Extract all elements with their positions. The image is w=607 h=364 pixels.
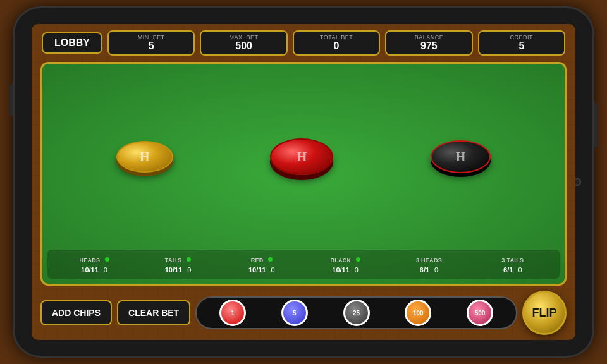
tails-odds: 10/11 bbox=[165, 266, 183, 274]
3tails-label: 3 TAILS bbox=[501, 257, 524, 264]
add-chips-button[interactable]: ADD CHIPS bbox=[40, 300, 112, 325]
red-odds: 10/11 bbox=[248, 266, 266, 274]
balance-label: BALANCE bbox=[393, 34, 465, 40]
credit-label: CREDIT bbox=[486, 34, 558, 40]
3heads-odds: 6/1 bbox=[420, 266, 429, 274]
chip-500[interactable]: 500 bbox=[467, 300, 493, 326]
bet-col-black[interactable]: BLACK bbox=[304, 253, 387, 265]
chip-100[interactable]: 100 bbox=[405, 300, 431, 326]
total-bet-label: TOTAL BET bbox=[300, 34, 372, 40]
balance-value: 975 bbox=[393, 40, 465, 52]
3tails-amount: 0 bbox=[518, 266, 522, 274]
black-dot bbox=[356, 257, 360, 262]
min-bet-value: 5 bbox=[115, 40, 187, 52]
bet-col-heads[interactable]: HEADS bbox=[52, 253, 136, 265]
clear-bet-button[interactable]: CLEAR BET bbox=[117, 300, 190, 325]
bet-col-3heads[interactable]: 3 HEADS bbox=[387, 253, 470, 265]
coin-gold-icon: H bbox=[140, 150, 150, 164]
3tails-odds: 6/1 bbox=[503, 266, 513, 274]
table-area: H H H HEADS bbox=[40, 62, 567, 286]
max-bet-value: 500 bbox=[207, 40, 279, 52]
stat-total-bet: TOTAL BET 0 bbox=[293, 30, 380, 56]
3heads-label: 3 HEADS bbox=[416, 257, 442, 264]
stat-credit: CREDIT 5 bbox=[478, 30, 565, 56]
3heads-amount: 0 bbox=[434, 266, 438, 274]
bet-grid: HEADS TAILS RED BLACK bbox=[47, 250, 560, 279]
heads-dot bbox=[105, 257, 109, 262]
bet-val-red: 10/11 0 bbox=[220, 266, 304, 274]
tails-dot bbox=[187, 257, 191, 262]
total-bet-value: 0 bbox=[300, 40, 372, 52]
coin-red[interactable]: H bbox=[270, 138, 333, 175]
tails-label: TAILS bbox=[165, 257, 182, 264]
bet-val-heads: 10/11 0 bbox=[52, 266, 136, 274]
phone-shell: LOBBY MIN. BET 5 MAX. BET 500 TOTAL BET … bbox=[13, 6, 594, 358]
bet-values-row: 10/11 0 10/11 0 10/11 0 bbox=[52, 266, 555, 274]
heads-amount: 0 bbox=[104, 266, 107, 274]
black-odds: 10/11 bbox=[332, 266, 350, 274]
bet-val-3tails: 6/1 0 bbox=[471, 266, 555, 274]
coin-dark[interactable]: H bbox=[431, 140, 491, 173]
red-amount: 0 bbox=[271, 266, 275, 274]
bet-val-black: 10/11 0 bbox=[304, 266, 387, 274]
chip-1[interactable]: 1 bbox=[219, 300, 246, 326]
coin-red-disk: H bbox=[270, 138, 333, 175]
stat-balance: BALANCE 975 bbox=[385, 30, 472, 56]
screen: LOBBY MIN. BET 5 MAX. BET 500 TOTAL BET … bbox=[32, 24, 575, 340]
black-label: BLACK bbox=[330, 257, 351, 264]
bet-labels-row: HEADS TAILS RED BLACK bbox=[52, 253, 555, 265]
stat-min-bet: MIN. BET 5 bbox=[107, 30, 195, 56]
bet-col-red[interactable]: RED bbox=[220, 253, 304, 265]
coin-red-icon: H bbox=[297, 150, 307, 164]
coins-area: H H H bbox=[42, 64, 565, 250]
chip-25[interactable]: 25 bbox=[343, 300, 370, 326]
heads-odds: 10/11 bbox=[81, 266, 99, 274]
bet-val-3heads: 6/1 0 bbox=[387, 266, 470, 274]
chip-5[interactable]: 5 bbox=[281, 300, 308, 326]
red-dot bbox=[268, 257, 273, 262]
top-bar: LOBBY MIN. BET 5 MAX. BET 500 TOTAL BET … bbox=[32, 24, 575, 62]
bet-col-tails[interactable]: TAILS bbox=[136, 253, 219, 265]
chip-selector: 1 5 25 100 500 bbox=[195, 296, 517, 329]
lobby-button[interactable]: LOBBY bbox=[42, 32, 102, 54]
min-bet-label: MIN. BET bbox=[115, 34, 187, 40]
coin-dark-icon: H bbox=[456, 150, 466, 164]
coin-dark-disk: H bbox=[431, 140, 491, 173]
red-label: RED bbox=[251, 257, 264, 264]
max-bet-label: MAX. BET bbox=[207, 34, 279, 40]
bet-val-tails: 10/11 0 bbox=[136, 266, 219, 274]
tails-amount: 0 bbox=[187, 266, 191, 274]
credit-value: 5 bbox=[486, 40, 558, 52]
coin-gold[interactable]: H bbox=[116, 141, 173, 173]
stat-max-bet: MAX. BET 500 bbox=[200, 30, 287, 56]
flip-button[interactable]: FLIP bbox=[522, 291, 567, 335]
coin-gold-disk: H bbox=[116, 141, 173, 173]
black-amount: 0 bbox=[355, 266, 359, 274]
bottom-bar: ADD CHIPS CLEAR BET 1 5 25 100 500 bbox=[32, 286, 575, 340]
bet-col-3tails[interactable]: 3 TAILS bbox=[471, 253, 555, 265]
heads-label: HEADS bbox=[79, 257, 100, 264]
